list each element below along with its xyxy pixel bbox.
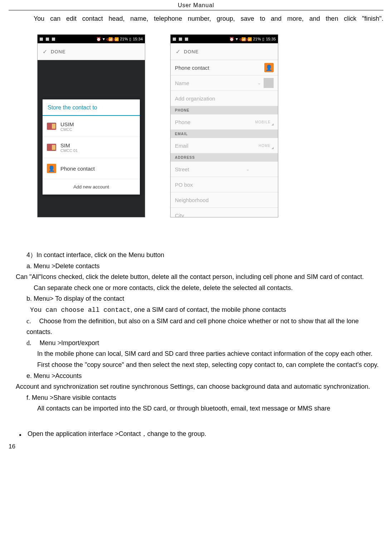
status-icon [52,38,55,41]
item-e: e. Menu >Accounts [26,370,383,382]
option-title: USIM [60,121,74,127]
section-address: ADDRESS [171,153,278,162]
item-c-text: Choose from the definition, but also on … [26,318,359,336]
signal-icon: G📶G📶 [239,37,251,41]
email-input[interactable]: Email [175,143,259,149]
battery-text: 21% [253,37,261,41]
done-bar[interactable]: ✓ DONE [38,43,145,60]
status-icon [46,38,49,41]
option-title: Phone contact [60,166,95,172]
row-email[interactable]: Email HOME ◢ [171,138,278,153]
done-label: DONE [184,49,199,54]
status-icon [40,38,43,41]
item-c-prefix: c. [26,318,31,325]
neighborhood-input[interactable]: Neighborhood [175,197,274,203]
contact-icon: 👤 [264,63,274,72]
wifi-icon: ▾ [236,36,238,41]
row-city[interactable]: City [171,208,278,217]
done-bar[interactable]: ✓ DONE [171,43,278,60]
street-input[interactable]: Street [175,166,244,172]
page-number: 16 [9,443,383,450]
row-street[interactable]: Street ⌄ [171,162,278,177]
dropdown-icon[interactable]: ◢ [271,146,274,149]
item-b-prefix: b. Menu> [26,295,54,302]
option-phone-contact[interactable]: 👤 Phone contact [43,158,140,179]
item-b-mono: You can choose all contact [30,306,131,314]
modal-title: Store the contact to [43,99,140,116]
signal-icon: G📶G📶 [106,37,118,41]
item-d-p1: In the mobile phone can local, SIM card … [37,348,383,359]
item-a-p1-wrap: Can "All"Icons checked, click the delete… [26,271,383,283]
item-f: f. Menu >Share visible contacts [26,392,383,403]
name-input[interactable]: Name [175,80,255,86]
label: Add organization [175,95,274,102]
label: Phone contact [175,65,264,71]
doc-header: User Manual [9,0,383,10]
section-phone: PHONE [171,106,278,114]
add-new-account[interactable]: Add new account [43,179,140,195]
step-4: 4）In contact interface, click on the Men… [26,250,383,261]
option-sim[interactable]: SIM CMCC 01 [43,137,140,158]
status-icon [173,38,176,41]
bullet-icon [19,434,21,436]
chevron-down-icon[interactable]: ⌄ [246,167,249,172]
clock: 15:35 [266,37,276,41]
intro-text: You can edit contact head, name, telepho… [34,14,383,24]
alarm-icon: ⏰ [229,37,234,41]
item-b-rest: , one a SIM card of contact, the mobile … [131,306,286,313]
contact-icon: 👤 [47,164,56,173]
item-b: b. Menu> To display of the contact [26,293,383,304]
status-bar: ⏰ ▾ G📶G📶 21% ▯ 15:34 [38,35,145,43]
phone-type[interactable]: MOBILE [255,120,271,124]
phone-input[interactable]: Phone [175,119,255,125]
item-d-label: Menu >Import/export [40,339,99,347]
battery-icon: ▯ [129,37,131,41]
item-b-p1: You can choose all contact, one a SIM ca… [30,304,383,316]
row-phone-contact[interactable]: Phone contact 👤 [171,60,278,75]
row-add-org[interactable]: Add organization [171,91,278,106]
check-icon: ✓ [43,48,47,55]
city-input[interactable]: City [175,212,274,218]
option-sub: CMCC [60,127,74,132]
store-contact-modal: Store the contact to USIM CMCC SIM CMCC … [43,99,140,195]
done-label: DONE [51,49,66,54]
sim-icon [47,123,56,130]
option-usim[interactable]: USIM CMCC [43,116,140,137]
row-name[interactable]: Name ⌄ [171,75,278,91]
item-a: a. Menu >Delete contacts [26,261,383,272]
row-neighborhood[interactable]: Neighborhood [171,192,278,208]
section-email: EMAIL [171,130,278,138]
item-d-p2: First choose the "copy source" and then … [37,359,383,370]
battery-icon: ▯ [262,37,264,41]
row-phone[interactable]: Phone MOBILE ◢ [171,114,278,130]
screenshot-edit-contact: ⏰ ▾ G📶G📶 21% ▯ 15:35 ✓ DONE Phone contac… [170,34,278,217]
screenshots-row: ⏰ ▾ G📶G📶 21% ▯ 15:34 ✓ DONE Store the co… [37,34,383,217]
pobox-input[interactable]: PO box [175,182,274,188]
screenshot-store-contact: ⏰ ▾ G📶G📶 21% ▯ 15:34 ✓ DONE Store the co… [37,34,145,217]
sim-icon [47,144,56,151]
check-icon: ✓ [176,48,180,55]
body-text: 4）In contact interface, click on the Men… [9,250,383,439]
alarm-icon: ⏰ [96,37,101,41]
wifi-icon: ▾ [103,36,105,41]
status-bar: ⏰ ▾ G📶G📶 21% ▯ 15:35 [171,35,278,43]
status-icon [185,38,188,41]
bullet-text: Open the application interface >Contact，… [28,428,206,439]
option-sub: CMCC 01 [60,148,78,153]
status-icon [179,38,182,41]
email-type[interactable]: HOME [259,144,271,148]
row-pobox[interactable]: PO box [171,177,278,192]
item-d-prefix: d. [26,339,31,347]
chevron-down-icon[interactable]: ⌄ [258,81,261,85]
bullet-open-app: Open the application interface >Contact，… [19,428,383,439]
item-e-p1: Account and synchronization set routine … [9,381,383,392]
item-a-p1: Can "All"Icons checked, click the delete… [9,271,383,283]
option-title: SIM [60,142,78,148]
clock: 15:34 [133,37,143,41]
item-d: d. Menu >Import/export [26,338,383,349]
item-b-suffix: To display of the contact [54,295,124,302]
dropdown-icon[interactable]: ◢ [271,123,274,126]
item-f-p1: All contacts can be imported into the SD… [37,403,383,414]
avatar-placeholder[interactable] [264,78,274,88]
item-a-p2: Can separate check one or more contacts,… [34,284,293,291]
